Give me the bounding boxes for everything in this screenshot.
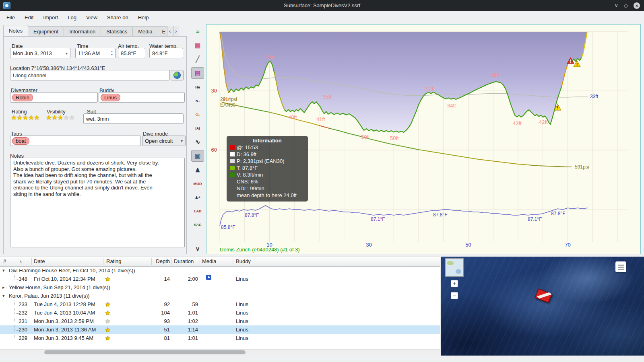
star-filled-icon[interactable]: ★ — [17, 114, 22, 121]
time-spinbox[interactable]: 11:36 AM ▴▾ — [75, 48, 116, 58]
star-filled-icon[interactable]: ★ — [28, 114, 34, 121]
tab-scroll-left-icon[interactable]: ‹ — [167, 26, 173, 37]
menu-item-log[interactable]: Log — [63, 13, 81, 22]
helium-graph-icon[interactable]: He — [192, 82, 204, 93]
scrollbar-thumb[interactable] — [44, 350, 246, 354]
oxygen-graph-icon[interactable]: O₂ — [192, 109, 204, 120]
suit-field[interactable] — [83, 113, 184, 124]
tab-scroll-right-icon[interactable]: › — [173, 26, 179, 37]
column-header-number[interactable]: # — [3, 257, 6, 266]
star-filled-icon[interactable]: ★ — [52, 114, 57, 121]
dc-ceiling-icon[interactable]: ♟ — [192, 165, 204, 175]
horizontal-scrollbar[interactable] — [0, 349, 440, 356]
spinner-arrows-icon[interactable]: ▴▾ — [111, 50, 113, 56]
trip-row[interactable]: ▾Divi Flamingo House Reef, Fri Oct 10, 2… — [0, 266, 440, 275]
swimmer-icon[interactable]: ≈ — [192, 26, 204, 37]
menu-item-file[interactable]: File — [2, 13, 20, 22]
tissue-graph-icon[interactable]: |A| — [192, 123, 204, 134]
dive-profile-panel[interactable]: 15ft31ft40ft41ft35ft50ft50ft31ft34ft28ft… — [206, 24, 641, 254]
tab-notes[interactable]: Notes — [3, 25, 28, 37]
star-filled-icon[interactable]: ★ — [34, 114, 39, 121]
scroll-more-icon[interactable]: ∨ — [192, 243, 204, 254]
mod-icon[interactable]: MOD — [192, 178, 204, 189]
buddy-field[interactable]: Linus — [99, 92, 185, 103]
tab-information[interactable]: Information — [64, 26, 101, 37]
tab-e[interactable]: E — [158, 26, 167, 37]
map-location-button[interactable] — [171, 70, 184, 80]
photos-icon[interactable]: ▣ — [191, 150, 204, 162]
dive-row[interactable]: 230Mon Jun 3, 2013 11:36 AM★★★★★511:14Li… — [0, 325, 440, 334]
star-filled-icon[interactable]: ★ — [105, 334, 110, 342]
dive-row[interactable]: 231Mon Jun 3, 2013 2:59 PM★★★★★931:02Lin… — [0, 317, 440, 325]
column-header-duration[interactable]: Duration — [174, 257, 194, 266]
zoom-out-button[interactable]: − — [451, 292, 458, 299]
scr-icon[interactable]: ♟+ — [192, 192, 204, 203]
dive-row[interactable]: 233Tue Jun 4, 2013 12:28 PM★★★★★9259Linu… — [0, 300, 440, 309]
ead-icon[interactable]: EAD — [192, 206, 204, 216]
dive-mode-combobox[interactable]: Open circuit ▾ — [142, 136, 186, 146]
column-header-rating[interactable]: Rating — [106, 257, 122, 266]
nitrogen-graph-icon[interactable]: N₂ — [192, 95, 204, 106]
air-temp-field[interactable] — [118, 48, 145, 58]
calc-ceiling-icon[interactable]: ▤ — [191, 67, 204, 79]
menu-item-share-on[interactable]: Share on — [102, 13, 133, 22]
expand-icon[interactable]: ▸ — [2, 283, 5, 292]
star-filled-icon[interactable]: ★ — [105, 300, 110, 309]
dive-list[interactable]: # ∧ Date Rating Depth Duration Media Bud… — [0, 257, 440, 356]
title-bar[interactable]: Subsurface: SampleDivesV2.ssrf ∨ ◇ × — [0, 0, 644, 11]
star-filled-icon[interactable]: ★ — [58, 114, 63, 121]
minimize-icon[interactable]: ∨ — [614, 2, 618, 9]
collapse-icon[interactable]: ▾ — [2, 292, 5, 300]
water-temp-field[interactable] — [149, 48, 183, 58]
notes-textarea[interactable]: Unbelievable dive. Dozens and dozens of … — [10, 158, 185, 247]
sort-ascending-icon[interactable]: ∧ — [19, 257, 22, 266]
star-empty-icon[interactable]: ★ — [69, 114, 74, 121]
tab-equipment[interactable]: Equipment — [28, 26, 64, 37]
minimap-overview[interactable] — [445, 258, 464, 277]
tab-media[interactable]: Media — [132, 26, 158, 37]
sac-icon[interactable]: SAC — [192, 219, 204, 230]
divemaster-tag[interactable]: Robin — [12, 94, 33, 101]
star-empty-icon[interactable]: ★ — [105, 317, 110, 325]
dive-row[interactable]: 232Tue Jun 4, 2013 10:04 AM★★★★★1041:01L… — [0, 309, 440, 317]
column-header-depth[interactable]: Depth — [145, 257, 170, 266]
location-field[interactable] — [10, 70, 170, 80]
menu-item-edit[interactable]: Edit — [20, 13, 38, 22]
dive-row[interactable]: 348Fri Oct 10, 2014 12:34 PM★★★★★142:00L… — [0, 275, 440, 283]
collapse-icon[interactable]: ▾ — [2, 266, 5, 275]
tag-pill[interactable]: boat — [12, 137, 29, 145]
star-filled-icon[interactable]: ★ — [105, 325, 110, 334]
star-filled-icon[interactable]: ★ — [23, 114, 28, 121]
tab-statistics[interactable]: Statistics — [101, 26, 133, 37]
media-icon[interactable] — [206, 275, 211, 280]
menu-item-import[interactable]: Import — [38, 13, 63, 22]
map-menu-button[interactable] — [615, 261, 626, 272]
map-panel[interactable]: + − — [441, 257, 644, 356]
date-combobox[interactable]: Mon Jun 3, 2013 ▾ — [10, 48, 70, 58]
dive-row[interactable]: 229Mon Jun 3, 2013 9:45 AM★★★★★811:01Lin… — [0, 334, 440, 342]
trip-row[interactable]: ▾Koror, Palau, Jun 2013 (11 dive(s)) — [0, 292, 440, 300]
buddy-tag[interactable]: Linus — [101, 94, 120, 101]
star-empty-icon[interactable]: ★ — [63, 114, 69, 121]
maximize-icon[interactable]: ◇ — [624, 2, 628, 9]
dive-flag-marker[interactable] — [533, 287, 555, 306]
star-filled-icon[interactable]: ★ — [105, 275, 110, 283]
rating-stars[interactable]: ★★★★★ — [11, 114, 39, 121]
menu-item-view[interactable]: View — [81, 13, 102, 22]
heartrate-icon[interactable]: ∿ — [192, 136, 204, 147]
divemaster-field[interactable]: Robin — [10, 92, 98, 103]
zoom-in-button[interactable]: + — [451, 280, 458, 287]
menu-item-help[interactable]: Help — [133, 13, 154, 22]
star-filled-icon[interactable]: ★ — [11, 114, 17, 121]
star-filled-icon[interactable]: ★ — [105, 309, 110, 317]
column-header-media[interactable]: Media — [202, 257, 216, 266]
column-header-buddy[interactable]: Buddy — [236, 257, 251, 266]
visibility-stars[interactable]: ★★★★★ — [46, 114, 74, 121]
tags-field[interactable]: boat — [10, 136, 141, 146]
ruler-icon[interactable]: ╱ — [192, 53, 204, 64]
column-header-date[interactable]: Date — [34, 257, 45, 266]
star-filled-icon[interactable]: ★ — [46, 114, 52, 121]
close-icon[interactable]: × — [634, 2, 640, 9]
ceiling-icon[interactable]: ▦ — [192, 40, 204, 51]
trip-row[interactable]: ▸Yellow House, Sun Sep 21, 2014 (1 dive(… — [0, 283, 440, 292]
